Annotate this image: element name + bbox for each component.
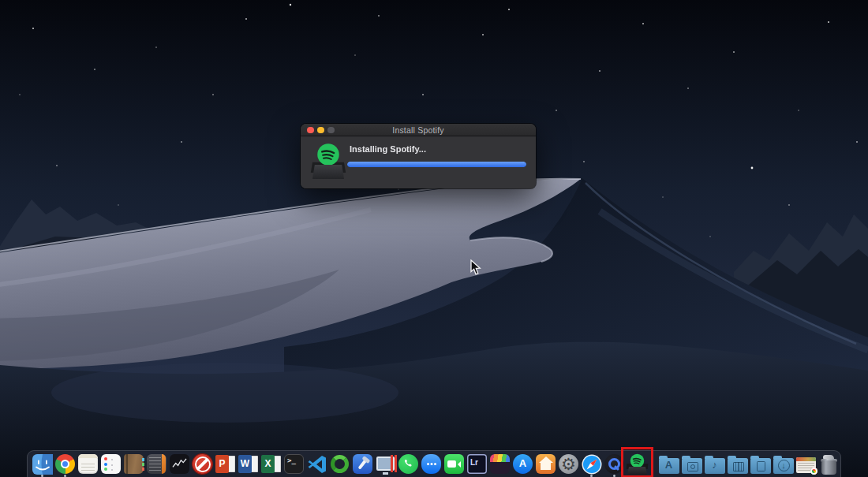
word-icon: W [238,454,258,474]
clapperboard-icon [490,454,510,474]
dock-item-music-folder[interactable]: ♪ [704,453,725,475]
dock-item-camtasia[interactable] [329,453,350,475]
dock-item-finder[interactable] [32,453,53,475]
dock-item-chrome[interactable] [54,453,76,475]
dock-item-documents-folder[interactable] [750,453,771,475]
downloads-folder-icon: ↓ [773,458,794,474]
pictures-folder-icon [682,458,702,474]
dock-item-contacts[interactable] [123,453,144,475]
excel-icon: X [261,454,281,474]
mouse-cursor [470,259,481,276]
window-titlebar[interactable]: Install Spotify [301,124,536,136]
camtasia-ring-icon [331,455,349,473]
home-app-icon [536,454,556,474]
dock-item-word[interactable]: W [238,453,259,475]
dock-item-applications-folder[interactable]: A [658,453,679,475]
dock-item-reminders[interactable] [100,453,122,475]
whatsapp-icon [398,454,418,474]
quicktime-icon [604,454,624,474]
applications-folder-icon: A [659,458,679,474]
reminders-icon [101,454,121,474]
notes-icon [78,454,98,474]
music-folder-icon: ♪ [705,458,725,474]
minimized-window-thumbnail [796,457,816,473]
parallels-icon [376,454,395,474]
dock: P W X >_ [27,450,841,477]
dock-item-system-preferences[interactable]: ⚙ [558,453,579,475]
wallpaper [0,0,868,477]
dock-item-powerpoint[interactable]: P [215,453,236,475]
gear-icon: ⚙ [559,454,578,474]
dock-item-imovie[interactable] [489,453,511,475]
dock-item-minimized-window[interactable] [795,453,817,475]
app-store-icon: A [513,454,533,474]
chrome-icon [55,454,75,474]
dock-item-messages[interactable] [421,453,442,475]
powerpoint-icon: P [215,454,235,474]
progress-bar [347,162,526,167]
contacts-book-icon [124,454,144,474]
trash-icon [821,456,836,475]
finder-icon [32,454,53,475]
dock-item-notepad[interactable] [146,453,167,475]
dock-item-downloads-folder[interactable]: ↓ [773,453,794,475]
dock-item-parallels[interactable] [375,453,396,475]
movies-folder-icon [728,458,748,474]
dock-item-safari[interactable] [581,453,602,475]
installer-window[interactable]: Install Spotify Installing Spotify... [301,124,536,188]
dock-item-home[interactable] [535,453,556,475]
messages-icon [421,454,441,474]
dock-item-facetime[interactable] [443,453,465,475]
no-entry-icon [193,454,212,474]
window-body: Installing Spotify... [301,136,536,188]
dock-item-stocks[interactable] [169,453,190,475]
facetime-icon [444,454,464,474]
dock-item-movies-folder[interactable] [727,453,748,475]
notepad-icon [147,454,166,474]
dock-item-lightroom[interactable]: Lr [466,453,488,475]
safari-compass-icon [582,454,602,475]
spotify-logo-icon [316,143,340,166]
spotify-installer-box-icon [311,141,346,182]
dock-item-quicktime[interactable] [604,453,625,475]
dock-item-pictures-folder[interactable] [681,453,702,475]
dock-item-app-store[interactable]: A [512,453,533,475]
dock-item-whatsapp[interactable] [398,453,419,475]
vscode-icon [307,454,327,475]
dock-item-trash[interactable] [818,453,840,475]
stocks-icon [170,454,189,474]
dock-item-xcode[interactable] [352,453,373,475]
dock-item-uninstaller[interactable] [192,453,213,475]
dock-item-notes[interactable] [77,453,99,475]
window-title: Install Spotify [301,125,536,135]
dock-item-excel[interactable]: X [260,453,282,475]
documents-folder-icon [750,458,771,474]
dock-item-terminal[interactable]: >_ [283,453,305,475]
progress-fill [347,162,526,167]
spotify-installer-icon [627,453,648,475]
desktop: Install Spotify Installing Spotify... [0,0,868,477]
dock-separator [653,454,653,475]
lightroom-icon: Lr [467,454,487,474]
dock-item-spotify-installer[interactable] [627,453,648,475]
terminal-icon: >_ [284,454,304,474]
dock-item-vscode[interactable] [306,453,327,475]
xcode-icon [353,454,372,474]
chrome-badge-icon [810,468,817,475]
install-status-text: Installing Spotify... [350,144,426,154]
